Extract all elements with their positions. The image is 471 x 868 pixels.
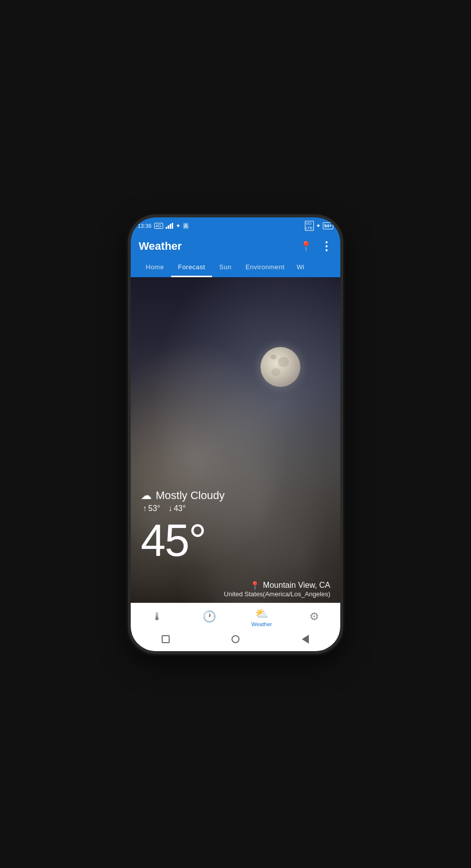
status-right: VOLTE ✦ 94 + [305,221,333,231]
network-badge: 4G [154,223,163,229]
back-button[interactable] [299,633,311,645]
android-nav-bar [131,629,340,651]
bluetooth-icon: ✦ [176,222,181,229]
triangle-icon [302,635,309,644]
home-button[interactable] [230,633,241,645]
settings-icon: ⚙ [309,610,319,623]
up-arrow-icon: ↑ [143,504,147,513]
phone-screen: 13:36 4G ✦ A VOLTE ✦ 94 + [131,217,340,651]
app-bar-icons: 📍 ⋮ [300,239,332,253]
tab-sun[interactable]: Sun [212,258,238,277]
temp-range-row: ↑ 53° ↓ 43° [141,504,330,513]
square-icon [162,635,170,643]
tab-wi-partial[interactable]: Wi [291,258,309,277]
bt-icon: ✦ [316,222,321,229]
condition-text: Mostly Cloudy [156,489,225,502]
location-city: Mountain View, CA [263,581,330,590]
app-title: Weather [139,240,182,253]
weather-icon: ⛅ [255,607,268,620]
down-arrow-icon: ↓ [168,504,172,513]
tab-home[interactable]: Home [139,258,171,277]
low-temp: ↓ 43° [168,504,186,513]
history-icon: 🕐 [203,610,216,623]
location-icon: 📍 [250,581,260,590]
phone-frame: 13:36 4G ✦ A VOLTE ✦ 94 + [131,217,340,651]
weather-info: ☁ Mostly Cloudy ↑ 53° ↓ 43° 45° [131,489,340,563]
location-pin-icon[interactable]: 📍 [300,240,312,252]
current-temperature: 45° [141,518,330,563]
nav-item-weather[interactable]: ⛅ Weather [236,607,288,627]
thermometer-icon: 🌡 [152,610,163,623]
recent-apps-button[interactable] [160,633,172,645]
status-left: 13:36 4G ✦ A [138,222,189,229]
status-bar: 13:36 4G ✦ A VOLTE ✦ 94 + [131,217,340,234]
time-display: 13:36 [138,223,152,229]
nav-item-history[interactable]: 🕐 [183,610,236,624]
circle-icon [232,635,239,643]
weather-main: ☁ Mostly Cloudy ↑ 53° ↓ 43° 45° [131,277,340,603]
weather-label: Weather [251,621,272,627]
more-options-icon[interactable]: ⋮ [320,239,332,253]
tab-bar: Home Forecast Sun Environment Wi [131,258,340,277]
nav-item-settings[interactable]: ⚙ [288,610,340,624]
tab-environment[interactable]: Environment [238,258,291,277]
tab-forecast[interactable]: Forecast [171,258,213,277]
condition-row: ☁ Mostly Cloudy [141,489,330,502]
location-city-row: 📍 Mountain View, CA [224,581,330,590]
volte-icon: VOLTE [305,221,314,231]
moon-visual [260,347,300,387]
app-bar: Weather 📍 ⋮ [131,234,340,258]
bottom-nav: 🌡 🕐 ⛅ Weather ⚙ [131,603,340,629]
signal-icon [166,223,173,229]
location-country: United States(America/Los_Angeles) [224,590,330,598]
high-temp: ↑ 53° [143,504,160,513]
battery-indicator: 94 + [323,222,333,229]
notification-icon: A [183,223,189,229]
cloud-icon: ☁ [141,489,152,502]
location-row: 📍 Mountain View, CA United States(Americ… [224,581,330,598]
nav-item-thermometer[interactable]: 🌡 [131,610,183,624]
